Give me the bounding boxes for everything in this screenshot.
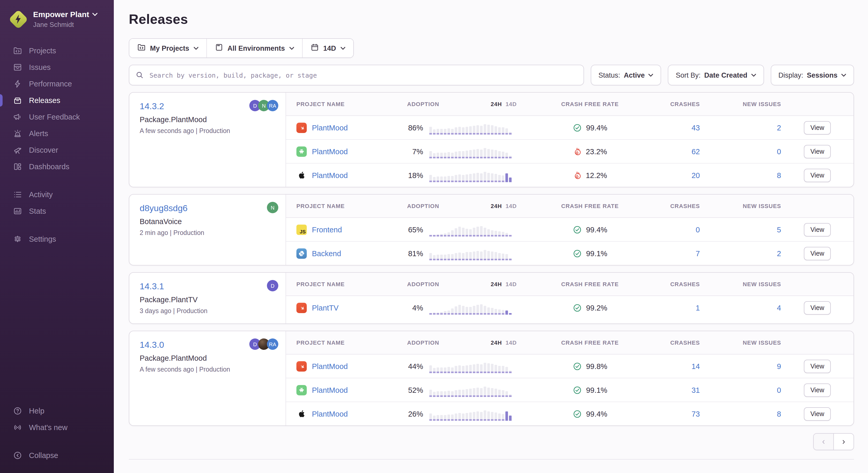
release-version-link[interactable]: 14.3.1 xyxy=(140,282,275,292)
folder-code-icon xyxy=(137,43,146,53)
view-button[interactable]: View xyxy=(804,407,831,420)
new-issues-count-link[interactable]: 9 xyxy=(700,362,781,370)
crashes-count-link[interactable]: 73 xyxy=(635,410,700,418)
view-button[interactable]: View xyxy=(804,301,831,315)
view-cell: View xyxy=(781,246,854,260)
collapse-icon xyxy=(12,450,22,460)
new-issues-count-link[interactable]: 8 xyxy=(700,410,781,418)
view-button[interactable]: View xyxy=(804,169,831,182)
crashes-count-link[interactable]: 1 xyxy=(635,303,700,312)
project-link[interactable]: PlantMood xyxy=(312,123,348,132)
sparkline-bar xyxy=(451,254,454,260)
sidebar-item-help[interactable]: Help xyxy=(0,403,114,419)
org-switcher[interactable]: Empower Plant Jane Schmidt xyxy=(0,7,114,29)
view-button[interactable]: View xyxy=(804,246,831,260)
sparkline-bar xyxy=(495,150,497,158)
time-range-14d[interactable]: 14D xyxy=(506,203,517,209)
pagination-next-button[interactable] xyxy=(833,434,854,450)
sparkline-bar xyxy=(451,308,454,315)
date-range-filter-button[interactable]: 14D xyxy=(303,39,353,57)
view-button[interactable]: View xyxy=(804,359,831,373)
search-input[interactable] xyxy=(149,71,577,80)
search-box[interactable] xyxy=(129,65,584,85)
crashes-count-link[interactable]: 20 xyxy=(635,171,700,179)
project-link[interactable]: PlantMood xyxy=(312,410,348,418)
sidebar-item-activity[interactable]: Activity xyxy=(0,186,114,203)
time-range-24h[interactable]: 24H xyxy=(491,339,502,346)
environments-filter-button[interactable]: All Environments xyxy=(207,39,303,57)
sidebar-item-projects[interactable]: Projects xyxy=(0,42,114,59)
column-header-adoption: Adoption xyxy=(395,101,423,107)
release-package: Package.PlantMood xyxy=(140,354,275,362)
view-button[interactable]: View xyxy=(804,383,831,397)
pagination-prev-button[interactable] xyxy=(814,434,833,450)
sparkline-bar xyxy=(491,230,494,236)
sort-by-dropdown[interactable]: Sort By: Date Created xyxy=(668,65,764,85)
swift-platform-icon xyxy=(297,122,307,133)
sidebar-item-issues[interactable]: Issues xyxy=(0,59,114,76)
avatar-group: DNRA xyxy=(252,100,278,111)
sparkline-bar xyxy=(455,151,457,158)
crashes-count-link[interactable]: 31 xyxy=(635,386,700,394)
time-range-14d[interactable]: 14D xyxy=(506,339,517,346)
new-issues-count-link[interactable]: 0 xyxy=(700,386,781,394)
sidebar-item-stats[interactable]: Stats xyxy=(0,203,114,219)
status-dropdown[interactable]: Status: Active xyxy=(591,65,661,85)
sidebar-item-user-feedback[interactable]: User Feedback xyxy=(0,109,114,125)
sidebar-item-discover[interactable]: Discover xyxy=(0,142,114,158)
new-issues-count-link[interactable]: 4 xyxy=(700,303,781,312)
new-issues-count-link[interactable]: 5 xyxy=(700,225,781,234)
table-header-row: Project NameAdoption24H14DCrash Free Rat… xyxy=(286,273,854,296)
project-link[interactable]: PlantMood xyxy=(312,171,348,179)
release-card: d8yug8sdg6BotanaVoice2 min ago | Product… xyxy=(129,194,854,265)
new-issues-count-link[interactable]: 8 xyxy=(700,171,781,179)
sidebar-item-dashboards[interactable]: Dashboards xyxy=(0,158,114,175)
time-range-24h[interactable]: 24H xyxy=(491,281,502,287)
view-button[interactable]: View xyxy=(804,223,831,236)
project-link[interactable]: Backend xyxy=(312,249,341,258)
sparkline-bar xyxy=(458,389,461,397)
table-row: PlantTV4%99.2%14View xyxy=(286,296,854,319)
user-name: Jane Schmidt xyxy=(33,21,98,28)
sidebar-item-releases[interactable]: Releases xyxy=(0,92,114,109)
crashes-count-link[interactable]: 14 xyxy=(635,362,700,370)
sparkline-bar xyxy=(437,152,439,158)
release-version-link[interactable]: d8yug8sdg6 xyxy=(140,203,275,214)
android-platform-icon xyxy=(297,385,307,395)
projects-filter-button[interactable]: My Projects xyxy=(129,39,207,57)
crashes-count-link[interactable]: 43 xyxy=(635,123,700,132)
sidebar-item-settings[interactable]: Settings xyxy=(0,231,114,247)
environments-filter-label: All Environments xyxy=(227,44,285,52)
crash-free-rate-value: 99.2% xyxy=(586,303,607,312)
time-range-24h[interactable]: 24H xyxy=(491,101,502,107)
project-link[interactable]: PlantMood xyxy=(312,386,348,394)
sidebar-item-whats-new[interactable]: What's new xyxy=(0,419,114,436)
table-row: PlantMood7%23.2%620View xyxy=(286,140,854,164)
project-link[interactable]: PlantMood xyxy=(312,147,348,155)
display-dropdown[interactable]: Display: Sessions xyxy=(771,65,854,85)
project-link[interactable]: Frontend xyxy=(312,225,342,234)
sparkline-bar xyxy=(437,176,439,182)
sparkline-bar xyxy=(502,175,504,182)
time-range-24h[interactable]: 24H xyxy=(491,203,502,209)
crash-free-rate-cell: 99.1% xyxy=(524,385,635,394)
crashes-count-link[interactable]: 0 xyxy=(635,225,700,234)
time-range-14d[interactable]: 14D xyxy=(506,281,517,287)
crash-free-rate-cell: 99.8% xyxy=(524,361,635,371)
time-range-14d[interactable]: 14D xyxy=(506,101,517,107)
crashes-count-link[interactable]: 62 xyxy=(635,147,700,155)
new-issues-count-link[interactable]: 2 xyxy=(700,249,781,258)
sidebar-item-performance[interactable]: Performance xyxy=(0,76,114,92)
project-link[interactable]: PlantTV xyxy=(312,303,339,312)
project-link[interactable]: PlantMood xyxy=(312,362,348,370)
sparkline-bar xyxy=(505,128,508,134)
new-issues-count-link[interactable]: 0 xyxy=(700,147,781,155)
crashes-count-link[interactable]: 7 xyxy=(635,249,700,258)
sparkline-bar xyxy=(447,367,450,373)
view-button[interactable]: View xyxy=(804,145,831,158)
sidebar-item-alerts[interactable]: Alerts xyxy=(0,125,114,142)
view-button[interactable]: View xyxy=(804,121,831,134)
sparkline-bar xyxy=(466,389,468,397)
sidebar-item-collapse[interactable]: Collapse xyxy=(0,447,114,464)
new-issues-count-link[interactable]: 2 xyxy=(700,123,781,132)
